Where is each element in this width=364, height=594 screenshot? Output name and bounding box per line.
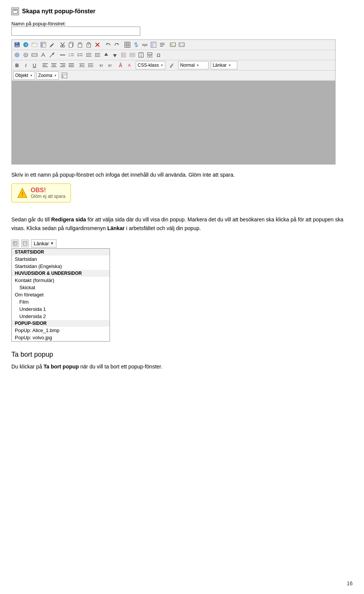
list-item[interactable]: Om företaget	[12, 291, 110, 298]
r2-hline[interactable]	[58, 51, 67, 59]
image-btn[interactable]	[169, 41, 177, 49]
svg-rect-69	[124, 53, 126, 57]
svg-text:!: !	[22, 191, 24, 197]
link-btn[interactable]	[132, 41, 140, 49]
list-item[interactable]: Skickat	[12, 284, 110, 291]
italic-btn[interactable]: I	[22, 61, 30, 69]
subscript-btn[interactable]: x2	[106, 61, 114, 69]
body-text1-rest2: i arbetsfältet och välj din popup.	[125, 225, 201, 231]
copy-btn[interactable]	[67, 41, 75, 49]
name-input[interactable]	[11, 27, 140, 36]
underline-btn[interactable]: U	[30, 61, 39, 69]
bold-btn[interactable]: B	[13, 61, 21, 69]
list-item[interactable]: Startsidan	[12, 255, 110, 263]
r2-indent-in[interactable]	[85, 51, 93, 59]
r2-b15[interactable]	[137, 51, 145, 59]
svg-rect-4	[15, 45, 19, 47]
links-icon-btn1[interactable]	[11, 240, 19, 247]
indent-in-btn[interactable]	[78, 61, 86, 69]
r2-down[interactable]	[111, 51, 119, 59]
list-item[interactable]: Undersida 2	[12, 313, 110, 320]
svg-marker-65	[95, 54, 96, 56]
svg-rect-1	[14, 10, 17, 11]
objekt-dropdown[interactable]: Objekt ▼	[13, 71, 35, 80]
r2-up[interactable]	[102, 51, 110, 59]
list-item[interactable]: Undersida 1	[12, 306, 110, 313]
align-justify-btn[interactable]	[67, 61, 75, 69]
normal-label: Normal	[180, 63, 195, 68]
links-dropdown[interactable]: Länkar ▼	[211, 61, 237, 69]
cut-btn[interactable]	[58, 41, 67, 49]
css-class-dropdown[interactable]: CSS-klass ▼	[136, 61, 165, 69]
r2-btn1[interactable]	[13, 51, 21, 59]
list-item[interactable]: PopUp: Alice_1.bmp	[12, 327, 110, 334]
obs-box: ! OBS! Glöm ej att spara	[11, 183, 71, 202]
page-title: Skapa nytt popup-fönster	[22, 8, 96, 15]
undo-btn[interactable]	[104, 41, 112, 49]
r2-btn3[interactable]	[30, 51, 39, 59]
xyz-btn[interactable]: xyz	[141, 41, 149, 49]
warning-icon: !	[17, 188, 28, 198]
align-left-btn[interactable]	[41, 61, 49, 69]
list-item: POPUP-SIDOR	[12, 320, 110, 327]
links-panel: Länkar ▼ STARTSIDORStartsidanStartsidan …	[11, 239, 110, 342]
layout-btn[interactable]	[149, 41, 158, 49]
intro-line1: Skriv in ett namn på popup-fönstret och …	[11, 172, 235, 178]
links-panel-dropdown[interactable]: Länkar ▼	[31, 239, 56, 248]
svg-text:T: T	[88, 44, 90, 47]
zooma-dropdown[interactable]: Zooma ▼	[36, 71, 59, 80]
indent-out-btn[interactable]	[86, 61, 95, 69]
obs-title: OBS!	[31, 187, 65, 194]
list-item[interactable]: Film	[12, 298, 110, 306]
r2-b16[interactable]	[146, 51, 154, 59]
list-item[interactable]: Startsidan (Engelska)	[12, 263, 110, 270]
font-a-small[interactable]: A	[125, 61, 133, 69]
r2-b13[interactable]	[119, 51, 128, 59]
list-item[interactable]: PopUp: volvo.jpg	[12, 334, 110, 341]
table-btn[interactable]	[123, 41, 132, 49]
svg-rect-68	[121, 53, 123, 57]
r2-ol[interactable]: 1.2.	[67, 51, 75, 59]
save-btn[interactable]	[13, 41, 21, 49]
r2-ul[interactable]	[76, 51, 84, 59]
r2-indent-out[interactable]	[93, 51, 102, 59]
align-center-btn[interactable]	[50, 61, 58, 69]
pencil-format-btn[interactable]	[168, 61, 176, 69]
r2-btn4[interactable]	[39, 51, 47, 59]
pencil-btn[interactable]	[48, 41, 56, 49]
edit-btn[interactable]	[30, 41, 39, 49]
delete-btn[interactable]	[93, 41, 102, 49]
ta-bort-section: Ta bort popup Du klickar på Ta bort popu…	[11, 351, 353, 371]
superscript-btn[interactable]: x2	[97, 61, 105, 69]
template-btn[interactable]	[39, 41, 47, 49]
ta-bort-title: Ta bort popup	[11, 351, 353, 359]
toolbar-row-3: B I U x2 x2 Å A CSS-klass ▼	[12, 60, 335, 71]
align-btn[interactable]	[158, 41, 166, 49]
css-class-arrow: ▼	[160, 64, 163, 67]
font-a-big[interactable]: Å	[116, 61, 125, 69]
intro-text: Skriv in ett namn på popup-fönstret och …	[11, 171, 353, 179]
r2-b14[interactable]	[128, 51, 136, 59]
paste2-btn[interactable]: T	[85, 41, 93, 49]
image2-btn[interactable]	[177, 41, 186, 49]
svg-rect-3	[16, 42, 18, 44]
normal-arrow: ▼	[196, 64, 199, 67]
svg-rect-76	[150, 55, 152, 57]
zooma-label: Zooma	[38, 73, 52, 78]
paste-btn[interactable]	[76, 41, 84, 49]
list-item[interactable]: Kontakt (formulär)	[12, 277, 110, 284]
align-right-btn[interactable]	[58, 61, 67, 69]
show-toolbar-btn[interactable]	[60, 71, 69, 80]
editor-body[interactable]	[12, 81, 335, 164]
svg-rect-16	[69, 43, 72, 47]
normal-dropdown[interactable]: Normal ▼	[178, 61, 209, 69]
redo-btn[interactable]	[113, 41, 121, 49]
zooma-arrow: ▼	[54, 74, 57, 77]
r2-omega[interactable]: Ω	[154, 51, 163, 59]
r2-btn5[interactable]	[48, 51, 56, 59]
links-icon-btn2[interactable]	[21, 240, 29, 247]
svg-point-54	[78, 53, 79, 55]
help-btn[interactable]: ?	[22, 41, 30, 49]
body-section-1: Sedan går du till Redigera sida för att …	[11, 215, 353, 232]
r2-btn2[interactable]	[22, 51, 30, 59]
